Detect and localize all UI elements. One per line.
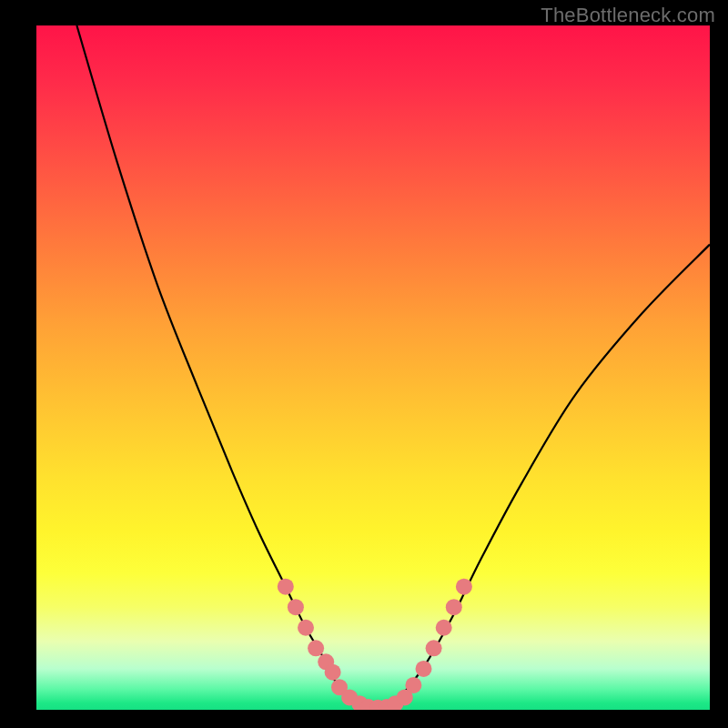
- highlighted-points-group: [278, 579, 472, 710]
- highlighted-point: [308, 640, 324, 656]
- bottleneck-curve: [76, 25, 710, 710]
- highlighted-point: [288, 599, 304, 615]
- chart-plot-area: [36, 25, 710, 710]
- highlighted-point: [405, 677, 421, 693]
- highlighted-point: [446, 599, 462, 615]
- highlighted-point: [426, 640, 442, 656]
- highlighted-point: [456, 579, 472, 595]
- highlighted-point: [416, 661, 432, 677]
- chart-frame: TheBottleneck.com: [0, 0, 728, 728]
- highlighted-point: [278, 579, 294, 595]
- highlighted-point: [325, 664, 341, 681]
- highlighted-point: [436, 620, 452, 636]
- attribution-label: TheBottleneck.com: [541, 4, 715, 27]
- chart-svg: [36, 25, 710, 710]
- highlighted-point: [298, 620, 314, 636]
